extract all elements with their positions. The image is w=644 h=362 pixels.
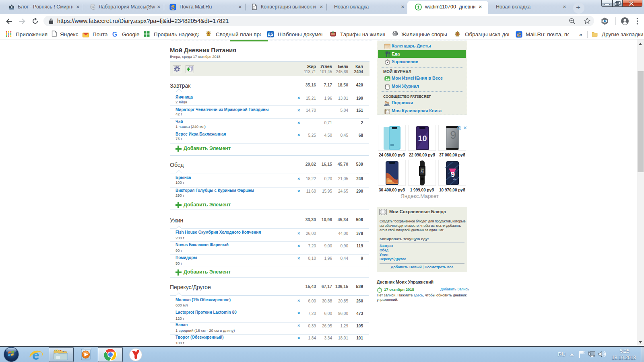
svg-text:10: 10: [421, 168, 424, 171]
svg-text:ДS: ДS: [268, 32, 273, 37]
svg-text:e: e: [32, 348, 39, 362]
svg-text:9: 9: [451, 171, 455, 179]
svg-text:G: G: [112, 31, 117, 37]
svg-text:@: @: [171, 4, 175, 10]
svg-text:@: @: [517, 32, 522, 37]
svg-text:08: 08: [421, 171, 424, 174]
svg-text:10: 10: [418, 134, 427, 143]
svg-text:9: 9: [450, 129, 456, 141]
svg-text:Lite: Lite: [453, 178, 457, 180]
